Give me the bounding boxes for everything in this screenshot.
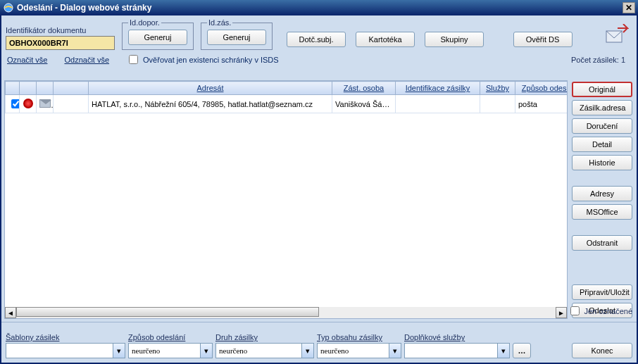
dopl-combo[interactable]: ▾ bbox=[404, 343, 510, 358]
col-status-icon[interactable] bbox=[20, 82, 37, 95]
konec-button[interactable]: Konec bbox=[572, 343, 632, 358]
only-marked-checkbox[interactable]: Jen označené bbox=[568, 304, 633, 318]
generate-dopor-button[interactable]: Generuj bbox=[128, 30, 187, 45]
col-zpusob[interactable]: Způsob odeslání bbox=[515, 82, 568, 95]
select-all-link[interactable]: Označit vše bbox=[7, 56, 47, 64]
historie-button[interactable]: Historie bbox=[572, 155, 632, 170]
doruceni-button[interactable]: Doručení bbox=[572, 118, 632, 134]
only-marked-label: Jen označené bbox=[584, 307, 633, 315]
typ-combo[interactable]: neurčeno ▾ bbox=[317, 343, 401, 358]
id-dopor-legend: Id.dopor. bbox=[128, 18, 161, 27]
chevron-down-icon[interactable]: ▾ bbox=[389, 344, 401, 358]
cell-sluzby bbox=[480, 95, 515, 113]
envelope-icon bbox=[39, 99, 51, 108]
sablony-combo[interactable]: ▾ bbox=[6, 343, 125, 358]
verify-isds-checkbox[interactable]: Ověřovat jen existenci schránky v ISDS bbox=[126, 53, 279, 66]
msoffice-button[interactable]: MSOffice bbox=[572, 204, 632, 220]
col-zast-osoba[interactable]: Zást. osoba bbox=[332, 82, 396, 95]
doc-id-input[interactable] bbox=[6, 36, 115, 50]
col-identifikace[interactable]: Identifikace zásilky bbox=[396, 82, 480, 95]
ie-icon bbox=[3, 2, 14, 13]
window-title: Odeslání - Dialog webové stránky bbox=[17, 3, 623, 13]
chevron-down-icon[interactable]: ▾ bbox=[200, 344, 212, 358]
zpusob-label[interactable]: Způsob odeslání bbox=[128, 333, 213, 341]
status-red-icon bbox=[23, 99, 33, 108]
chevron-down-icon[interactable]: ▾ bbox=[497, 344, 509, 358]
original-button[interactable]: Originál bbox=[572, 82, 632, 97]
col-type-icon[interactable] bbox=[37, 82, 54, 95]
cell-zpusob: pošta bbox=[515, 95, 568, 113]
zasilk-adresa-button[interactable]: Zásilk.adresa bbox=[572, 100, 632, 115]
scroll-right-button[interactable]: ► bbox=[556, 307, 567, 318]
horizontal-scrollbar[interactable]: ◄ ► bbox=[5, 307, 567, 318]
druh-label[interactable]: Druh zásilky bbox=[215, 333, 314, 341]
only-marked-checkbox-input[interactable] bbox=[570, 306, 580, 315]
cell-zast-osoba: Vanišková Šárka bbox=[332, 95, 396, 113]
cell-adresat: HATLAT, s.r.o., Nábřežní 605/4, 78985, h… bbox=[89, 95, 332, 113]
typ-label[interactable]: Typ obsahu zásilky bbox=[317, 333, 401, 341]
skupiny-button[interactable]: Skupiny bbox=[425, 32, 484, 47]
scroll-thumb[interactable] bbox=[16, 307, 319, 317]
overit-ds-button[interactable]: Ověřit DS bbox=[513, 32, 573, 47]
adresy-button[interactable]: Adresy bbox=[572, 186, 632, 201]
shipments-table: Adresát Zást. osoba Identifikace zásilky… bbox=[5, 81, 567, 113]
cell-identifikace bbox=[396, 95, 480, 113]
dotc-subj-button[interactable]: Dotč.subj. bbox=[287, 32, 346, 47]
col-check[interactable] bbox=[6, 82, 20, 95]
kartoteka-button[interactable]: Kartotéka bbox=[356, 32, 415, 47]
zpusob-combo[interactable]: neurčeno ▾ bbox=[128, 343, 213, 358]
table-row[interactable]: HATLAT, s.r.o., Nábřežní 605/4, 78985, h… bbox=[6, 95, 568, 113]
mail-send-icon bbox=[601, 22, 630, 50]
id-zas-legend: Id.zás. bbox=[207, 18, 232, 27]
pripravit-ulozit-button[interactable]: Připravit/Uložit bbox=[572, 284, 632, 300]
dopl-label[interactable]: Doplňkové služby bbox=[404, 333, 510, 341]
detail-button[interactable]: Detail bbox=[572, 137, 632, 152]
chevron-down-icon[interactable]: ▾ bbox=[301, 344, 313, 358]
more-options-button[interactable]: … bbox=[513, 343, 531, 358]
col-spacer[interactable] bbox=[54, 82, 89, 95]
odstranit-button[interactable]: Odstranit bbox=[572, 235, 632, 251]
verify-isds-checkbox-input[interactable] bbox=[129, 55, 138, 64]
shipment-count: Počet zásilek: 1 bbox=[571, 56, 625, 64]
window-close-button[interactable]: ✕ bbox=[623, 2, 635, 13]
row-checkbox[interactable] bbox=[11, 99, 20, 108]
deselect-all-link[interactable]: Odznačit vše bbox=[64, 56, 109, 64]
col-adresat[interactable]: Adresát bbox=[89, 82, 332, 95]
sablony-label[interactable]: Šablony zásilek bbox=[6, 333, 125, 341]
generate-zas-button[interactable]: Generuj bbox=[207, 30, 266, 45]
id-zas-group: Id.zás. Generuj bbox=[201, 18, 273, 50]
col-sluzby[interactable]: Služby bbox=[480, 82, 515, 95]
verify-isds-label: Ověřovat jen existenci schránky v ISDS bbox=[143, 56, 279, 64]
doc-id-label: Identifikátor dokumentu bbox=[6, 26, 115, 34]
id-dopor-group: Id.dopor. Generuj bbox=[122, 18, 194, 50]
druh-combo[interactable]: neurčeno ▾ bbox=[215, 343, 314, 358]
scroll-left-button[interactable]: ◄ bbox=[5, 307, 16, 318]
chevron-down-icon[interactable]: ▾ bbox=[113, 344, 125, 358]
